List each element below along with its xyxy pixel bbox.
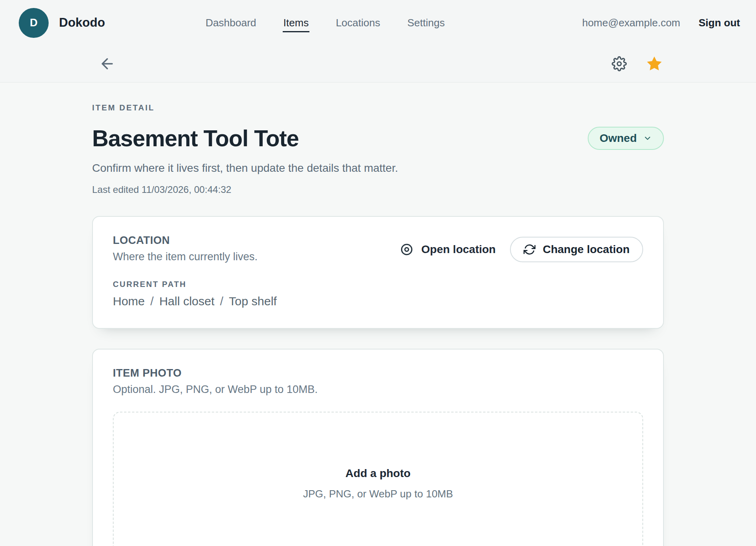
breadcrumb-separator: / <box>150 295 154 308</box>
brand-logo[interactable]: D <box>19 8 49 38</box>
breadcrumb-separator: / <box>220 295 223 308</box>
chevron-down-icon <box>643 134 652 143</box>
eye-icon <box>400 243 413 256</box>
nav-item-locations[interactable]: Locations <box>335 14 381 32</box>
breadcrumb: Home / Hall closet / Top shelf <box>113 295 643 308</box>
last-edited-timestamp: Last edited 11/03/2026, 00:44:32 <box>92 184 664 195</box>
status-badge-label: Owned <box>600 132 637 145</box>
brand-initial: D <box>30 17 38 29</box>
breadcrumb-segment-top-shelf: Top shelf <box>229 295 277 308</box>
change-location-button[interactable]: Change location <box>510 237 643 262</box>
page-eyebrow: ITEM DETAIL <box>92 103 664 112</box>
refresh-icon <box>524 244 536 255</box>
settings-button[interactable] <box>610 54 629 73</box>
page-subtitle: Confirm where it lives first, then updat… <box>92 162 664 175</box>
title-row: Basement Tool Tote Owned <box>92 125 664 151</box>
top-nav-bar: D Dokodo Dashboard Items Locations Setti… <box>0 0 756 45</box>
location-description: Where the item currently lives. <box>113 251 258 263</box>
nav-item-dashboard[interactable]: Dashboard <box>205 14 257 32</box>
nav-item-items[interactable]: Items <box>283 14 310 32</box>
photo-upload-dropzone[interactable]: Add a photo JPG, PNG, or WebP up to 10MB <box>113 412 643 546</box>
location-actions: Open location Change location <box>400 237 643 262</box>
location-heading: LOCATION <box>113 234 258 247</box>
open-location-button[interactable]: Open location <box>400 243 496 256</box>
item-photo-heading: ITEM PHOTO <box>113 367 643 379</box>
item-photo-card: ITEM PHOTO Optional. JPG, PNG, or WebP u… <box>92 349 664 546</box>
toolbar-row <box>92 45 664 82</box>
page-title: Basement Tool Tote <box>92 125 299 151</box>
dropzone-title: Add a photo <box>345 467 410 480</box>
nav-item-settings[interactable]: Settings <box>406 14 445 32</box>
gear-icon <box>612 56 627 71</box>
app-header: D Dokodo Dashboard Items Locations Setti… <box>0 0 756 82</box>
sign-out-button[interactable]: Sign out <box>699 17 740 29</box>
location-card-header: LOCATION Where the item currently lives.… <box>113 234 643 263</box>
dropzone-hint: JPG, PNG, or WebP up to 10MB <box>303 488 453 500</box>
brand-name: Dokodo <box>59 16 105 30</box>
main-nav: Dashboard Items Locations Settings <box>205 14 445 32</box>
location-card: LOCATION Where the item currently lives.… <box>92 216 664 329</box>
favorite-button[interactable] <box>645 54 664 73</box>
item-action-icons <box>610 54 664 73</box>
open-location-label: Open location <box>421 243 496 256</box>
status-badge[interactable]: Owned <box>588 127 664 150</box>
breadcrumb-segment-home: Home <box>113 295 145 308</box>
account-email: home@example.com <box>582 17 680 29</box>
current-path-label: CURRENT PATH <box>113 280 643 289</box>
arrow-left-icon <box>99 55 116 72</box>
change-location-label: Change location <box>543 243 630 256</box>
star-icon <box>646 55 663 73</box>
breadcrumb-segment-hall-closet: Hall closet <box>159 295 214 308</box>
location-card-titles: LOCATION Where the item currently lives. <box>113 234 258 263</box>
account-area: home@example.com Sign out <box>582 17 740 29</box>
item-detail-page: ITEM DETAIL Basement Tool Tote Owned Con… <box>92 103 664 546</box>
item-photo-description: Optional. JPG, PNG, or WebP up to 10MB. <box>113 383 643 396</box>
back-button[interactable] <box>98 54 117 73</box>
